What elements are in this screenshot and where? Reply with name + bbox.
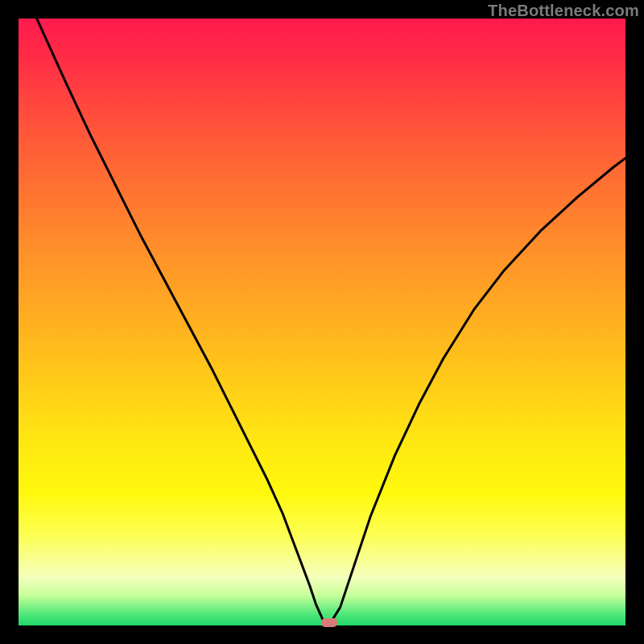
- watermark-text: TheBottleneck.com: [488, 2, 639, 20]
- curve-svg: [19, 19, 625, 625]
- optimal-marker: [321, 618, 337, 627]
- bottleneck-curve: [37, 19, 625, 621]
- chart-frame: TheBottleneck.com: [0, 0, 644, 644]
- plot-area: [19, 19, 625, 625]
